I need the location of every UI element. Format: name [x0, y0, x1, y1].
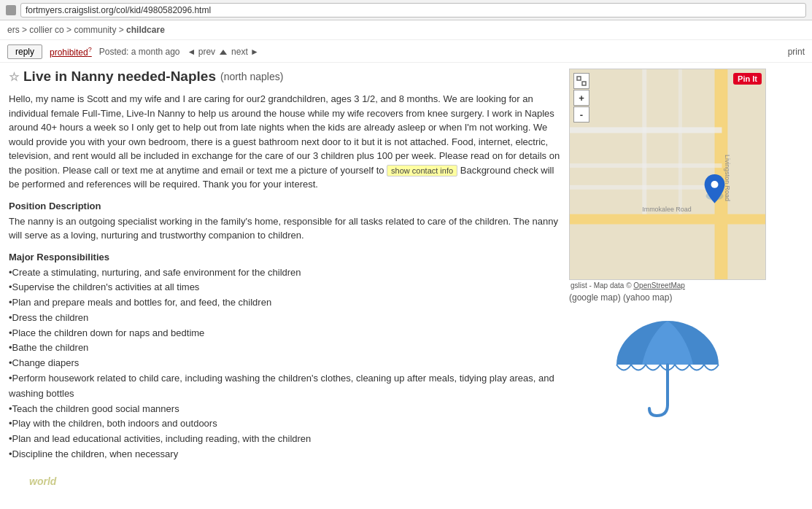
prohibited-link[interactable]: prohibited? — [50, 46, 92, 58]
map-zoom-in-button[interactable]: + — [573, 90, 589, 106]
up-arrow-icon[interactable] — [220, 50, 227, 55]
prohibited-superscript: ? — [88, 46, 92, 53]
map-sidebar: Livingston Road Immokalee Road + - P — [569, 63, 781, 468]
posted-date: Posted: a month ago — [99, 47, 180, 57]
list-item: •Bathe the children — [9, 341, 560, 356]
main-layout: ☆ Live in Nanny needed-Naples (north nap… — [0, 63, 812, 468]
svg-rect-13 — [577, 77, 581, 80]
map-svg: Livingston Road Immokalee Road — [570, 69, 765, 279]
list-item: •Dress the children — [9, 311, 560, 326]
svg-rect-14 — [582, 82, 586, 85]
list-item: •Discipline the children, when necessary — [9, 447, 560, 462]
list-item: •Play with the children, both indoors an… — [9, 416, 560, 432]
svg-rect-8 — [678, 69, 682, 214]
reply-button[interactable]: reply — [7, 44, 42, 59]
post-header-bar: reply prohibited? Posted: a month ago ◄ … — [0, 40, 812, 63]
svg-text:Livingston Road: Livingston Road — [724, 155, 731, 201]
list-item: •Perform housework related to child care… — [9, 371, 560, 402]
map-attribution: gslist - Map data © OpenStreetMap — [569, 281, 775, 290]
breadcrumb-link-community[interactable]: community — [74, 25, 116, 35]
page-content: ers > collier co > community > childcare… — [0, 20, 812, 509]
post-title: ☆ Live in Nanny needed-Naples (north nap… — [9, 69, 560, 85]
prev-link[interactable]: ◄ prev — [187, 47, 216, 57]
list-item: •Place the children down for naps and be… — [9, 326, 560, 341]
list-item: •Plan and lead educational activities, i… — [9, 432, 560, 447]
post-title-location: (north naples) — [220, 71, 283, 82]
next-link[interactable]: next ► — [231, 47, 259, 57]
show-contact-button[interactable]: show contact info — [387, 165, 457, 176]
breadcrumb: ers > collier co > community > childcare — [0, 20, 812, 40]
section-responsibilities-title: Major Responsibilities — [9, 252, 560, 263]
map-controls: + - — [573, 73, 589, 123]
breadcrumb-link-ers[interactable]: ers — [7, 25, 20, 35]
list-item: •Supervise the children's activities at … — [9, 280, 560, 295]
map-zoom-out-button[interactable]: - — [573, 106, 589, 123]
print-link[interactable]: print — [788, 47, 805, 57]
yahoo-map-link[interactable]: yahoo map — [626, 292, 669, 303]
list-item: •Create a stimulating, nurturing, and sa… — [9, 265, 560, 281]
breadcrumb-link-collier[interactable]: collier co — [29, 25, 63, 35]
svg-rect-3 — [570, 214, 765, 225]
umbrella-decoration — [569, 303, 766, 427]
browser-bar: fortmyers.craigslist.org/col/kid/4980582… — [0, 0, 812, 20]
map-container[interactable]: Livingston Road Immokalee Road + - P — [569, 69, 766, 280]
svg-text:Immokalee Road: Immokalee Road — [642, 206, 691, 213]
browser-favicon — [6, 5, 16, 15]
svg-point-12 — [711, 181, 719, 188]
google-map-link[interactable]: google map — [572, 292, 618, 303]
section-position-description-body: The nanny is an outgoing specialist work… — [9, 214, 560, 243]
openstreetmap-link[interactable]: OpenStreetMap — [633, 281, 685, 290]
browser-url-bar[interactable]: fortmyers.craigslist.org/col/kid/4980582… — [20, 3, 806, 18]
umbrella-svg — [609, 306, 726, 423]
responsibilities-list: •Create a stimulating, nurturing, and sa… — [9, 265, 560, 462]
star-icon[interactable]: ☆ — [9, 70, 19, 84]
post-body-p1: Hello, my name is Scott and my wife and … — [9, 92, 560, 192]
post-body: ☆ Live in Nanny needed-Naples (north nap… — [0, 63, 569, 468]
map-links: (google map) (yahoo map) — [569, 292, 775, 303]
svg-rect-7 — [642, 69, 646, 214]
map-expand-button[interactable] — [573, 73, 589, 89]
breadcrumb-current: childcare — [126, 25, 165, 35]
section-position-description-title: Position Description — [9, 201, 560, 211]
post-title-main: Live in Nanny needed-Naples — [23, 69, 216, 85]
list-item: •Plan and prepare meals and bottles for,… — [9, 295, 560, 311]
list-item: •Change diapers — [9, 356, 560, 371]
svg-rect-0 — [570, 69, 765, 279]
nav-arrows: ◄ prev next ► — [187, 47, 259, 57]
watermark: world — [29, 475, 56, 487]
list-item: •Teach the children good social manners — [9, 402, 560, 417]
pin-it-button[interactable]: Pin It — [733, 73, 762, 85]
